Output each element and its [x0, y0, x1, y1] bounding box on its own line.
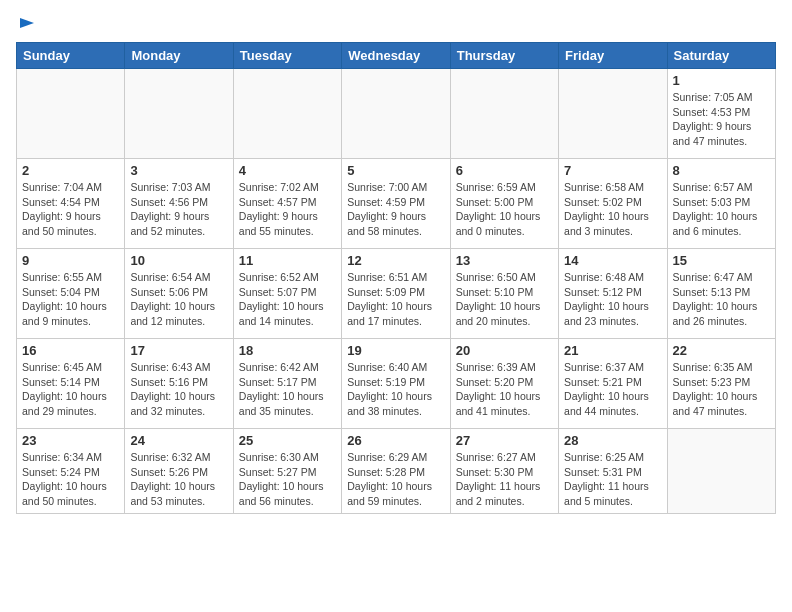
day-number: 11 [239, 253, 336, 268]
day-info: Sunrise: 7:05 AM Sunset: 4:53 PM Dayligh… [673, 90, 770, 149]
day-number: 6 [456, 163, 553, 178]
day-number: 20 [456, 343, 553, 358]
day-info: Sunrise: 7:04 AM Sunset: 4:54 PM Dayligh… [22, 180, 119, 239]
calendar-cell: 19Sunrise: 6:40 AM Sunset: 5:19 PM Dayli… [342, 339, 450, 429]
column-header-monday: Monday [125, 43, 233, 69]
calendar-week-row: 2Sunrise: 7:04 AM Sunset: 4:54 PM Daylig… [17, 159, 776, 249]
day-number: 8 [673, 163, 770, 178]
column-header-friday: Friday [559, 43, 667, 69]
calendar-cell: 4Sunrise: 7:02 AM Sunset: 4:57 PM Daylig… [233, 159, 341, 249]
calendar-cell: 11Sunrise: 6:52 AM Sunset: 5:07 PM Dayli… [233, 249, 341, 339]
day-info: Sunrise: 6:55 AM Sunset: 5:04 PM Dayligh… [22, 270, 119, 329]
calendar-cell: 2Sunrise: 7:04 AM Sunset: 4:54 PM Daylig… [17, 159, 125, 249]
calendar-cell: 12Sunrise: 6:51 AM Sunset: 5:09 PM Dayli… [342, 249, 450, 339]
day-info: Sunrise: 6:50 AM Sunset: 5:10 PM Dayligh… [456, 270, 553, 329]
calendar-cell [559, 69, 667, 159]
calendar-week-row: 23Sunrise: 6:34 AM Sunset: 5:24 PM Dayli… [17, 429, 776, 514]
calendar-cell: 9Sunrise: 6:55 AM Sunset: 5:04 PM Daylig… [17, 249, 125, 339]
day-number: 21 [564, 343, 661, 358]
logo [16, 16, 36, 30]
day-info: Sunrise: 6:34 AM Sunset: 5:24 PM Dayligh… [22, 450, 119, 509]
calendar-cell: 18Sunrise: 6:42 AM Sunset: 5:17 PM Dayli… [233, 339, 341, 429]
calendar-cell: 22Sunrise: 6:35 AM Sunset: 5:23 PM Dayli… [667, 339, 775, 429]
day-number: 28 [564, 433, 661, 448]
day-number: 13 [456, 253, 553, 268]
svg-marker-0 [20, 18, 34, 28]
calendar-cell [667, 429, 775, 514]
day-info: Sunrise: 6:51 AM Sunset: 5:09 PM Dayligh… [347, 270, 444, 329]
calendar-cell: 7Sunrise: 6:58 AM Sunset: 5:02 PM Daylig… [559, 159, 667, 249]
day-info: Sunrise: 7:00 AM Sunset: 4:59 PM Dayligh… [347, 180, 444, 239]
day-info: Sunrise: 6:59 AM Sunset: 5:00 PM Dayligh… [456, 180, 553, 239]
day-info: Sunrise: 6:30 AM Sunset: 5:27 PM Dayligh… [239, 450, 336, 509]
day-info: Sunrise: 7:03 AM Sunset: 4:56 PM Dayligh… [130, 180, 227, 239]
day-info: Sunrise: 6:32 AM Sunset: 5:26 PM Dayligh… [130, 450, 227, 509]
day-info: Sunrise: 6:47 AM Sunset: 5:13 PM Dayligh… [673, 270, 770, 329]
column-header-sunday: Sunday [17, 43, 125, 69]
calendar-cell: 20Sunrise: 6:39 AM Sunset: 5:20 PM Dayli… [450, 339, 558, 429]
column-header-saturday: Saturday [667, 43, 775, 69]
day-info: Sunrise: 6:57 AM Sunset: 5:03 PM Dayligh… [673, 180, 770, 239]
day-number: 9 [22, 253, 119, 268]
calendar-header-row: SundayMondayTuesdayWednesdayThursdayFrid… [17, 43, 776, 69]
calendar-week-row: 9Sunrise: 6:55 AM Sunset: 5:04 PM Daylig… [17, 249, 776, 339]
page-header [16, 16, 776, 30]
day-number: 19 [347, 343, 444, 358]
day-number: 5 [347, 163, 444, 178]
day-number: 16 [22, 343, 119, 358]
calendar-cell [125, 69, 233, 159]
calendar-cell: 13Sunrise: 6:50 AM Sunset: 5:10 PM Dayli… [450, 249, 558, 339]
calendar-cell: 28Sunrise: 6:25 AM Sunset: 5:31 PM Dayli… [559, 429, 667, 514]
calendar-cell: 14Sunrise: 6:48 AM Sunset: 5:12 PM Dayli… [559, 249, 667, 339]
calendar-cell [450, 69, 558, 159]
day-info: Sunrise: 6:52 AM Sunset: 5:07 PM Dayligh… [239, 270, 336, 329]
day-number: 12 [347, 253, 444, 268]
day-number: 24 [130, 433, 227, 448]
day-number: 2 [22, 163, 119, 178]
calendar-cell: 21Sunrise: 6:37 AM Sunset: 5:21 PM Dayli… [559, 339, 667, 429]
day-info: Sunrise: 6:29 AM Sunset: 5:28 PM Dayligh… [347, 450, 444, 509]
day-info: Sunrise: 6:37 AM Sunset: 5:21 PM Dayligh… [564, 360, 661, 419]
calendar-cell: 27Sunrise: 6:27 AM Sunset: 5:30 PM Dayli… [450, 429, 558, 514]
column-header-wednesday: Wednesday [342, 43, 450, 69]
calendar-cell: 1Sunrise: 7:05 AM Sunset: 4:53 PM Daylig… [667, 69, 775, 159]
calendar-cell: 10Sunrise: 6:54 AM Sunset: 5:06 PM Dayli… [125, 249, 233, 339]
day-info: Sunrise: 6:58 AM Sunset: 5:02 PM Dayligh… [564, 180, 661, 239]
calendar-cell: 6Sunrise: 6:59 AM Sunset: 5:00 PM Daylig… [450, 159, 558, 249]
calendar-cell: 24Sunrise: 6:32 AM Sunset: 5:26 PM Dayli… [125, 429, 233, 514]
calendar-cell: 25Sunrise: 6:30 AM Sunset: 5:27 PM Dayli… [233, 429, 341, 514]
day-number: 25 [239, 433, 336, 448]
calendar-week-row: 1Sunrise: 7:05 AM Sunset: 4:53 PM Daylig… [17, 69, 776, 159]
day-number: 3 [130, 163, 227, 178]
calendar-cell: 3Sunrise: 7:03 AM Sunset: 4:56 PM Daylig… [125, 159, 233, 249]
day-number: 26 [347, 433, 444, 448]
day-number: 10 [130, 253, 227, 268]
day-number: 23 [22, 433, 119, 448]
day-info: Sunrise: 6:40 AM Sunset: 5:19 PM Dayligh… [347, 360, 444, 419]
calendar-cell: 15Sunrise: 6:47 AM Sunset: 5:13 PM Dayli… [667, 249, 775, 339]
day-number: 17 [130, 343, 227, 358]
day-info: Sunrise: 6:39 AM Sunset: 5:20 PM Dayligh… [456, 360, 553, 419]
calendar-cell: 26Sunrise: 6:29 AM Sunset: 5:28 PM Dayli… [342, 429, 450, 514]
calendar-cell [233, 69, 341, 159]
calendar-week-row: 16Sunrise: 6:45 AM Sunset: 5:14 PM Dayli… [17, 339, 776, 429]
day-number: 22 [673, 343, 770, 358]
column-header-thursday: Thursday [450, 43, 558, 69]
day-number: 7 [564, 163, 661, 178]
day-info: Sunrise: 6:27 AM Sunset: 5:30 PM Dayligh… [456, 450, 553, 509]
calendar-cell: 8Sunrise: 6:57 AM Sunset: 5:03 PM Daylig… [667, 159, 775, 249]
day-info: Sunrise: 6:35 AM Sunset: 5:23 PM Dayligh… [673, 360, 770, 419]
day-number: 18 [239, 343, 336, 358]
day-number: 27 [456, 433, 553, 448]
column-header-tuesday: Tuesday [233, 43, 341, 69]
day-info: Sunrise: 6:48 AM Sunset: 5:12 PM Dayligh… [564, 270, 661, 329]
logo-flag-icon [18, 16, 36, 34]
calendar-cell [342, 69, 450, 159]
calendar-cell: 5Sunrise: 7:00 AM Sunset: 4:59 PM Daylig… [342, 159, 450, 249]
day-info: Sunrise: 6:54 AM Sunset: 5:06 PM Dayligh… [130, 270, 227, 329]
day-number: 4 [239, 163, 336, 178]
day-number: 14 [564, 253, 661, 268]
day-info: Sunrise: 6:45 AM Sunset: 5:14 PM Dayligh… [22, 360, 119, 419]
day-info: Sunrise: 6:43 AM Sunset: 5:16 PM Dayligh… [130, 360, 227, 419]
calendar-cell: 23Sunrise: 6:34 AM Sunset: 5:24 PM Dayli… [17, 429, 125, 514]
